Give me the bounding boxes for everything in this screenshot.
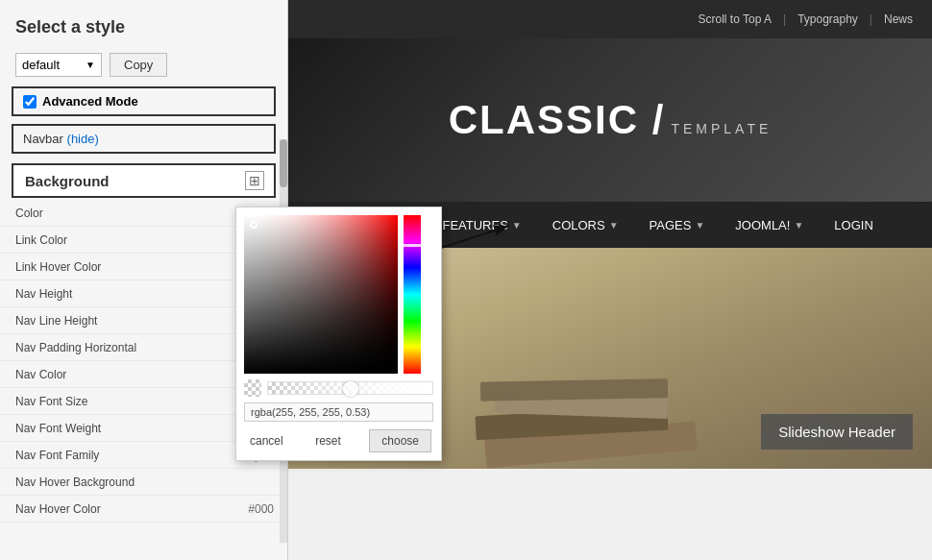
color-value-row xyxy=(244,402,433,422)
prop-label-nav-height: Nav Height xyxy=(15,287,72,301)
prop-label-link-hover-color: Link Hover Color xyxy=(15,260,101,274)
hero-title: CLASSIC / xyxy=(449,97,666,143)
slideshow-header-button[interactable]: Slideshow Header xyxy=(761,414,913,450)
top-nav-scroll-link[interactable]: Scroll to Top A xyxy=(699,12,773,26)
navbar-label: Navbar xyxy=(23,132,63,146)
prop-label-nav-color: Nav Color xyxy=(15,368,66,381)
advanced-mode-label[interactable]: Advanced Mode xyxy=(23,94,264,109)
style-select-dropdown[interactable]: default ▼ xyxy=(15,53,102,77)
prop-label-link-color: Link Color xyxy=(15,233,67,247)
alpha-checker-swatch xyxy=(244,379,261,397)
prop-label-nav-font-weight: Nav Font Weight xyxy=(15,422,101,435)
color-gradient-area[interactable] xyxy=(244,215,398,374)
scrollbar-thumb[interactable] xyxy=(280,139,287,187)
nav-pages-label: PAGES xyxy=(650,218,692,232)
nav-colors-label: COLORS xyxy=(552,218,605,232)
color-picker-main xyxy=(244,215,433,374)
color-spectrum-bar[interactable] xyxy=(404,215,421,374)
preview-top-nav: Scroll to Top A | Typography | News xyxy=(288,0,932,38)
prop-label-nav-hover-color: Nav Hover Color xyxy=(15,502,101,516)
prop-label-nav-line-height: Nav Line Height xyxy=(15,314,97,328)
background-label: Background xyxy=(25,173,110,189)
nav-features-label: FEATURES xyxy=(442,218,507,232)
chevron-down-pages-icon: ▼ xyxy=(695,220,704,231)
nav-item-features[interactable]: FEATURES ▼ xyxy=(427,202,536,248)
top-nav-sep2: | xyxy=(870,12,872,26)
top-nav-news-link[interactable]: News xyxy=(884,12,913,26)
panel-title: Select a style xyxy=(0,0,287,47)
top-nav-sep1: | xyxy=(783,12,786,26)
prop-nav-hover-background: Nav Hover Background xyxy=(0,469,287,496)
alpha-slider-bar[interactable] xyxy=(267,381,433,395)
prop-value-nav-hover-color: #000 xyxy=(248,502,274,516)
color-value-input[interactable] xyxy=(244,402,433,422)
color-picker-reset-button[interactable]: reset xyxy=(311,429,345,452)
preview-hero: CLASSIC / TEMPLATE xyxy=(288,38,932,202)
chevron-down-joomla-icon: ▼ xyxy=(794,220,803,231)
top-nav-typography-link[interactable]: Typography xyxy=(797,12,858,26)
prop-nav-hover-color: Nav Hover Color #000 xyxy=(0,496,287,523)
alpha-row xyxy=(244,379,433,397)
color-gradient-dark xyxy=(244,215,398,374)
background-section-header[interactable]: Background ⊞ xyxy=(12,163,276,198)
advanced-mode-box: Advanced Mode xyxy=(12,86,276,116)
picker-buttons: cancel reset choose xyxy=(244,429,433,452)
prop-label-nav-padding-h: Nav Padding Horizontal xyxy=(15,341,136,354)
color-gradient-cursor xyxy=(250,221,258,229)
nav-item-colors[interactable]: COLORS ▼ xyxy=(537,202,634,248)
nav-item-pages[interactable]: PAGES ▼ xyxy=(634,202,721,248)
advanced-mode-text: Advanced Mode xyxy=(42,94,138,109)
nav-joomla-label: JOOMLA! xyxy=(735,218,790,232)
style-row: default ▼ Copy xyxy=(0,47,287,86)
prop-label-color: Color xyxy=(15,207,43,220)
chevron-down-icon: ▼ xyxy=(86,60,95,70)
chevron-down-colors-icon: ▼ xyxy=(609,220,619,231)
navbar-section: Navbar (hide) xyxy=(12,124,276,154)
spectrum-cursor xyxy=(404,244,421,247)
color-picker-cancel-button[interactable]: cancel xyxy=(246,429,287,452)
alpha-slider-thumb[interactable] xyxy=(343,381,358,397)
style-select-value: default xyxy=(22,58,60,72)
prop-label-nav-font-family: Nav Font Family xyxy=(15,449,99,462)
prop-label-nav-font-size: Nav Font Size xyxy=(15,395,87,408)
hero-subtitle: TEMPLATE xyxy=(671,121,772,136)
navbar-hide-link[interactable]: (hide) xyxy=(67,132,99,146)
background-expand-icon[interactable]: ⊞ xyxy=(245,171,264,190)
chevron-down-features-icon: ▼ xyxy=(512,220,522,231)
nav-item-joomla[interactable]: JOOMLA! ▼ xyxy=(720,202,819,248)
advanced-mode-checkbox[interactable] xyxy=(23,95,37,109)
nav-login-label: LOGIN xyxy=(834,218,872,232)
nav-item-login[interactable]: LOGIN xyxy=(819,202,888,248)
color-picker-overlay: cancel reset choose xyxy=(235,207,442,461)
color-picker-choose-button[interactable]: choose xyxy=(369,429,431,452)
prop-label-nav-hover-bg: Nav Hover Background xyxy=(15,475,135,489)
hero-text-block: CLASSIC / TEMPLATE xyxy=(449,97,773,143)
copy-button[interactable]: Copy xyxy=(110,53,167,77)
